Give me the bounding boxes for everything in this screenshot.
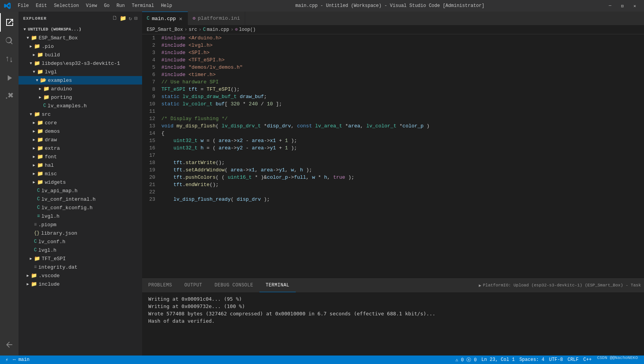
tree-arduino[interactable]: ▶ 📁 arduino: [19, 85, 142, 93]
new-folder-button[interactable]: 📁: [120, 15, 126, 22]
tree-font[interactable]: ▶ 📁 font: [19, 152, 142, 161]
code-editor[interactable]: 1#include <Arduino.h>2#include <lvgl.h>3…: [142, 34, 644, 278]
code-line: 23 lv_disp_flush_ready( disp_drv );: [142, 196, 644, 203]
menu-view[interactable]: View: [83, 2, 100, 9]
tree-src[interactable]: ▼ 📁 src: [19, 110, 142, 119]
tab-platformio-ini[interactable]: ⚙ platformio.ini: [188, 12, 245, 25]
menu-selection[interactable]: Selection: [51, 2, 82, 9]
tree-examples[interactable]: ▼ 📂 examples: [19, 76, 142, 85]
menu-file[interactable]: File: [15, 2, 32, 9]
code-line: 8TFT_eSPI tft = TFT_eSPI();: [142, 86, 644, 93]
tree-hal[interactable]: ▶ 📁 hal: [19, 161, 142, 169]
menu-help[interactable]: Help: [158, 2, 175, 9]
terminal-content[interactable]: Writing at 0x00091c04... (95 %)Writing a…: [142, 292, 644, 356]
new-file-button[interactable]: 🗋: [112, 15, 117, 22]
tree-misc[interactable]: ▶ 📁 misc: [19, 169, 142, 178]
collapse-button[interactable]: ⊟: [134, 15, 137, 22]
dot-file-icon: ≡: [34, 222, 37, 227]
tree-porting[interactable]: ▶ 📁 porting: [19, 93, 142, 102]
tree-lv-conf-internal[interactable]: ▶ C lv_conf_internal.h: [19, 195, 142, 203]
tab-close-button[interactable]: ✕: [178, 15, 183, 22]
tree-lvgl[interactable]: ▼ 📁 lvgl: [19, 68, 142, 76]
tree-build[interactable]: ▶ 📁 build: [19, 51, 142, 59]
status-eol[interactable]: CRLF: [565, 356, 581, 364]
tree-lv-api-map[interactable]: ▶ C lv_api_map.h: [19, 186, 142, 195]
tree-core[interactable]: ▶ 📁 core: [19, 119, 142, 127]
line-number: 21: [142, 181, 161, 188]
status-branch[interactable]: ↔ main: [10, 356, 32, 364]
activity-search[interactable]: [0, 32, 19, 50]
tree-include[interactable]: ▶ 📁 include: [19, 280, 142, 288]
menu-run[interactable]: Run: [114, 2, 128, 9]
tab-debug-console[interactable]: DEBUG CONSOLE: [208, 279, 259, 292]
tree-piopm[interactable]: ▶ ≡ .piopm: [19, 220, 142, 229]
tree-lvgl-h[interactable]: ▶ C lvgl.h: [19, 246, 142, 254]
tab-label: main.cpp: [152, 16, 176, 22]
tree-lv-conf-kconfig[interactable]: ▶ C lv_conf_kconfig.h: [19, 203, 142, 212]
status-bar: ⚡ ↔ main ⚠ 0 ⓧ 0 Ln 23, Col 1 Spaces: 4 …: [0, 356, 644, 364]
tree-lv-conf[interactable]: ▶ C lv_conf.h: [19, 237, 142, 246]
terminal-line: Writing at 0x0009732e... (100 %): [148, 303, 638, 310]
tab-output[interactable]: OUTPUT: [178, 279, 208, 292]
status-lang[interactable]: C++: [581, 356, 594, 364]
activity-test[interactable]: [0, 335, 19, 354]
tree-draw[interactable]: ▶ 📁 draw: [19, 135, 142, 144]
status-spaces[interactable]: Spaces: 4: [517, 356, 547, 364]
tree-extra[interactable]: ▶ 📁 extra: [19, 144, 142, 152]
tree-tft-espi[interactable]: ▶ 📁 TFT_eSPI: [19, 254, 142, 263]
menu-terminal[interactable]: Terminal: [129, 2, 157, 9]
bottom-panel: PROBLEMS OUTPUT DEBUG CONSOLE TERMINAL ▶…: [142, 278, 644, 356]
tree-esp-smart-box[interactable]: ▼ 📁 ESP_Smart_Box: [19, 34, 142, 42]
tree-widgets[interactable]: ▶ 📁 widgets: [19, 178, 142, 186]
status-brand: CSDN @@NachoNEKO: [594, 356, 641, 364]
status-remote[interactable]: ⚡: [3, 356, 10, 364]
tree-library-json[interactable]: ▶ {} library.json: [19, 229, 142, 237]
code-line: 22: [142, 188, 644, 196]
breadcrumb-main-cpp[interactable]: main.cpp: [207, 27, 229, 32]
activity-run[interactable]: [0, 69, 19, 87]
code-line: 10static lv_color_t buf[ 320 * 240 / 10 …: [142, 100, 644, 108]
tree-libdeps[interactable]: ▼ 📁 libdeps\esp32-s3-devkitc-1: [19, 59, 142, 68]
menu-go[interactable]: Go: [101, 2, 112, 9]
activity-extensions[interactable]: [0, 87, 19, 106]
h-file-icon: C: [34, 239, 37, 244]
tab-terminal[interactable]: TERMINAL: [259, 279, 296, 292]
line-content: #include <TFT_eSPI.h>: [161, 56, 644, 64]
code-line: 12/* Display flushing */: [142, 115, 644, 122]
line-content: // Use hardware SPI: [161, 78, 644, 86]
status-encoding[interactable]: UTF-8: [547, 356, 565, 364]
tree-demos[interactable]: ▶ 📁 demos: [19, 127, 142, 135]
refresh-button[interactable]: ↻: [129, 15, 132, 22]
maximize-button[interactable]: ⊡: [617, 2, 628, 10]
tab-main-cpp[interactable]: C main.cpp ✕: [142, 12, 188, 25]
breadcrumb-func-icon: ⊙: [235, 27, 238, 32]
tab-problems[interactable]: PROBLEMS: [142, 279, 178, 292]
breadcrumb-esp-smart-box[interactable]: ESP_Smart_Box: [147, 27, 183, 32]
tree-pio[interactable]: ▶ 📁 .pio: [19, 42, 142, 51]
status-errors[interactable]: ⚠ 0 ⓧ 0: [453, 356, 479, 364]
minimize-button[interactable]: ─: [605, 2, 615, 10]
tree-lvgl-h2[interactable]: ▶ ≡ lvgl.h: [19, 212, 142, 220]
tree-label: TFT_eSPI: [42, 256, 66, 262]
tree-lv-examples-h[interactable]: ▶ C lv_examples.h: [19, 102, 142, 110]
breadcrumb-loop[interactable]: loop(): [239, 27, 256, 32]
tree-label: lvgl: [45, 69, 57, 75]
tree-label: core: [45, 120, 57, 126]
activity-explorer[interactable]: [0, 13, 19, 32]
tree-integrity[interactable]: ▶ ≡ integrity.dat: [19, 263, 142, 271]
folder-icon: 📁: [37, 154, 43, 160]
h-file-icon: C: [37, 205, 40, 210]
status-ln-col[interactable]: Ln 23, Col 1: [479, 356, 517, 364]
sidebar-actions: 🗋 📁 ↻ ⊟: [112, 15, 137, 22]
tree-label: porting: [51, 95, 72, 100]
breadcrumb: ESP_Smart_Box › src › C main.cpp › ⊙ loo…: [142, 25, 644, 34]
workspace-root[interactable]: ▼ UNTITLED (WORKSPA...): [19, 25, 142, 34]
menu-edit[interactable]: Edit: [33, 2, 50, 9]
tree-vscode[interactable]: ▶ 📁 .vscode: [19, 271, 142, 280]
close-button[interactable]: ✕: [629, 2, 640, 10]
breadcrumb-src[interactable]: src: [189, 27, 197, 32]
line-content: TFT_eSPI tft = TFT_eSPI();: [161, 86, 644, 93]
tree-label: arduino: [51, 86, 72, 92]
code-line: 2#include <lvgl.h>: [142, 42, 644, 49]
activity-scm[interactable]: [0, 50, 19, 69]
